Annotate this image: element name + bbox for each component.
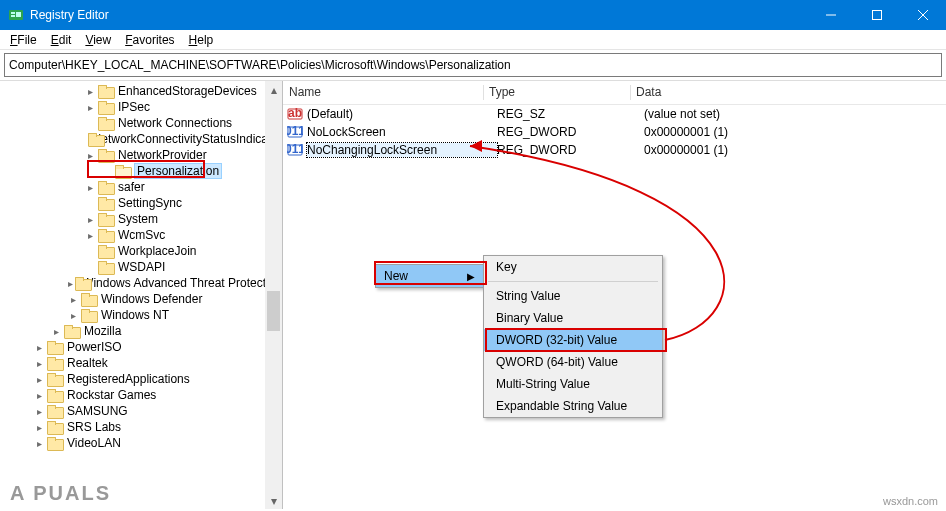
tree-node[interactable]: ▸RegisteredApplications — [0, 371, 282, 387]
maximize-button[interactable] — [854, 0, 900, 30]
ctx-multistring[interactable]: Multi-String Value — [484, 373, 662, 395]
expand-icon[interactable]: ▸ — [68, 278, 73, 289]
tree-label: NetworkProvider — [118, 148, 207, 162]
context-new-item[interactable]: New ▶ — [376, 265, 483, 287]
col-data[interactable]: Data — [630, 81, 946, 104]
expand-icon[interactable]: ▸ — [85, 86, 96, 97]
tree-label: Rockstar Games — [67, 388, 156, 402]
expand-icon[interactable]: ▸ — [34, 406, 45, 417]
folder-icon — [98, 85, 114, 98]
folder-icon — [98, 181, 114, 194]
scroll-up-icon[interactable]: ▴ — [265, 81, 282, 98]
tree-node[interactable]: ▸NetworkProvider — [0, 147, 282, 163]
scroll-down-icon[interactable]: ▾ — [265, 492, 282, 509]
tree-node[interactable]: SettingSync — [0, 195, 282, 211]
tree-node[interactable]: WorkplaceJoin — [0, 243, 282, 259]
tree-label: System — [118, 212, 158, 226]
tree-node[interactable]: ▸Windows NT — [0, 307, 282, 323]
expand-icon[interactable]: ▸ — [34, 438, 45, 449]
registry-tree[interactable]: ▸EnhancedStorageDevices▸IPSecNetwork Con… — [0, 81, 282, 453]
tree-node[interactable]: ▸SAMSUNG — [0, 403, 282, 419]
tree-label: NetworkConnectivityStatusIndicator — [93, 132, 282, 146]
expand-icon[interactable]: ▸ — [34, 390, 45, 401]
tree-label: Windows NT — [101, 308, 169, 322]
menu-help[interactable]: Help — [183, 31, 220, 49]
ctx-qword[interactable]: QWORD (64-bit) Value — [484, 351, 662, 373]
tree-label: PowerISO — [67, 340, 122, 354]
svg-rect-5 — [873, 11, 882, 20]
folder-icon — [98, 245, 114, 258]
folder-icon — [47, 357, 63, 370]
tree-node[interactable]: ▸Mozilla — [0, 323, 282, 339]
tree-node[interactable]: WSDAPI — [0, 259, 282, 275]
folder-icon — [47, 437, 63, 450]
expand-icon[interactable]: ▸ — [34, 422, 45, 433]
tree-label: WcmSvc — [118, 228, 165, 242]
ctx-key[interactable]: Key — [484, 256, 662, 278]
tree-node[interactable]: ▸Windows Defender — [0, 291, 282, 307]
address-text: Computer\HKEY_LOCAL_MACHINE\SOFTWARE\Pol… — [9, 58, 511, 72]
folder-icon — [98, 197, 114, 210]
tree-node[interactable]: ▸EnhancedStorageDevices — [0, 83, 282, 99]
scroll-thumb[interactable] — [267, 291, 280, 331]
folder-icon — [88, 133, 89, 146]
tree-node[interactable]: ▸System — [0, 211, 282, 227]
tree-label: WSDAPI — [118, 260, 165, 274]
ctx-string[interactable]: String Value — [484, 285, 662, 307]
tree-label: Network Connections — [118, 116, 232, 130]
tree-node[interactable]: ▸IPSec — [0, 99, 282, 115]
tree-node[interactable]: Personalization — [0, 163, 282, 179]
tree-node[interactable]: ▸WcmSvc — [0, 227, 282, 243]
menu-file[interactable]: FFile — [4, 31, 43, 49]
tree-node[interactable]: ▸PowerISO — [0, 339, 282, 355]
menu-favorites[interactable]: Favorites — [119, 31, 180, 49]
expand-icon[interactable]: ▸ — [85, 150, 96, 161]
tree-node[interactable]: ▸VideoLAN — [0, 435, 282, 451]
tree-node[interactable]: Network Connections — [0, 115, 282, 131]
folder-icon — [75, 277, 78, 290]
ctx-dword[interactable]: DWORD (32-bit) Value — [484, 329, 662, 351]
tree-node[interactable]: ▸Realtek — [0, 355, 282, 371]
svg-rect-1 — [11, 12, 15, 14]
svg-rect-3 — [16, 12, 21, 17]
tree-pane: ▸EnhancedStorageDevices▸IPSecNetwork Con… — [0, 81, 283, 509]
col-type[interactable]: Type — [483, 81, 630, 104]
tree-node[interactable]: NetworkConnectivityStatusIndicator — [0, 131, 282, 147]
close-button[interactable] — [900, 0, 946, 30]
expand-icon[interactable]: ▸ — [51, 326, 62, 337]
tree-node[interactable]: ▸Windows Advanced Threat Protection — [0, 275, 282, 291]
list-row[interactable]: 011NoLockScreenREG_DWORD0x00000001 (1) — [283, 123, 946, 141]
folder-icon — [64, 325, 80, 338]
tree-label: Windows Advanced Threat Protection — [82, 276, 282, 290]
list-row[interactable]: ab(Default)REG_SZ(value not set) — [283, 105, 946, 123]
folder-icon — [81, 293, 97, 306]
ctx-expandstring[interactable]: Expandable String Value — [484, 395, 662, 417]
tree-node[interactable]: ▸safer — [0, 179, 282, 195]
title-bar: Registry Editor — [0, 0, 946, 30]
menu-view[interactable]: View — [79, 31, 117, 49]
tree-node[interactable]: ▸SRS Labs — [0, 419, 282, 435]
address-bar[interactable]: Computer\HKEY_LOCAL_MACHINE\SOFTWARE\Pol… — [4, 53, 942, 77]
tree-label: RegisteredApplications — [67, 372, 190, 386]
expand-icon[interactable]: ▸ — [34, 342, 45, 353]
expand-icon[interactable]: ▸ — [85, 182, 96, 193]
expand-icon[interactable]: ▸ — [85, 102, 96, 113]
expand-icon[interactable]: ▸ — [68, 310, 79, 321]
tree-scrollbar[interactable]: ▴ ▾ — [265, 81, 282, 509]
minimize-button[interactable] — [808, 0, 854, 30]
expand-icon[interactable]: ▸ — [85, 214, 96, 225]
expand-icon[interactable]: ▸ — [68, 294, 79, 305]
tree-label: SRS Labs — [67, 420, 121, 434]
ctx-binary[interactable]: Binary Value — [484, 307, 662, 329]
col-name[interactable]: Name — [283, 81, 483, 104]
expand-icon[interactable]: ▸ — [34, 374, 45, 385]
folder-icon — [98, 213, 114, 226]
tree-node[interactable]: ▸Rockstar Games — [0, 387, 282, 403]
menu-edit[interactable]: Edit — [45, 31, 78, 49]
folder-icon — [47, 341, 63, 354]
list-header: Name Type Data — [283, 81, 946, 105]
expand-icon[interactable]: ▸ — [85, 230, 96, 241]
list-row[interactable]: 011NoChangingLockScreenREG_DWORD0x000000… — [283, 141, 946, 159]
chevron-right-icon: ▶ — [467, 271, 475, 282]
expand-icon[interactable]: ▸ — [34, 358, 45, 369]
